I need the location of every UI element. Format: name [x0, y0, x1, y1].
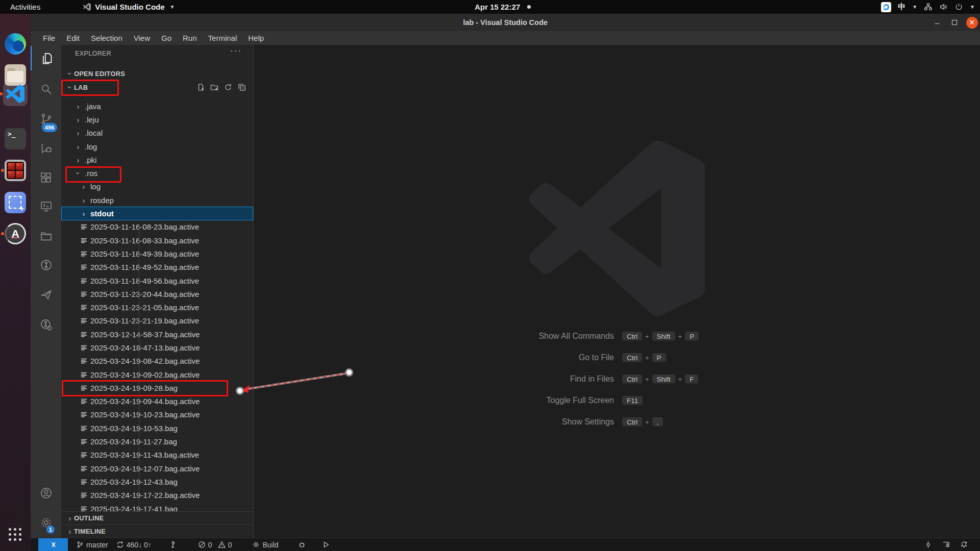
activities-button[interactable]: Activities	[7, 3, 43, 11]
outline-section[interactable]: › OUTLINE	[61, 511, 253, 524]
open-editors-section[interactable]: › OPEN EDITORS	[61, 66, 253, 81]
file-icon	[79, 371, 88, 378]
power-icon[interactable]	[954, 3, 963, 11]
dock-a-letter-app[interactable]: A	[5, 223, 26, 244]
activitybar-search[interactable]	[31, 77, 61, 101]
menu-item-edit[interactable]: Edit	[61, 31, 85, 45]
tree-item-2025-03-12-14-58-37.bag.active[interactable]: 2025-03-12-14-58-37.bag.active	[61, 328, 253, 341]
problems-item[interactable]: 0 0	[194, 538, 236, 551]
tree-item-2025-03-24-19-11-27.bag[interactable]: 2025-03-24-19-11-27.bag	[61, 435, 253, 448]
input-method-icon[interactable]	[881, 2, 891, 12]
chevron-down-icon[interactable]: ▼	[970, 4, 975, 10]
restore-button[interactable]	[948, 16, 961, 29]
menu-bar: FileEditSelectionViewGoRunTerminalHelp	[31, 31, 980, 45]
collapse-all-icon[interactable]	[238, 83, 246, 91]
volume-icon[interactable]	[939, 3, 948, 11]
tree-item-2025-03-24-19-10-23.bag.active[interactable]: 2025-03-24-19-10-23.bag.active	[61, 408, 253, 421]
tree-item-2025-03-11-18-49-56.bag.active[interactable]: 2025-03-11-18-49-56.bag.active	[61, 274, 253, 287]
dock-show-applications[interactable]	[5, 524, 26, 545]
more-actions-icon[interactable]: ···	[230, 46, 242, 56]
activitybar-git-graph[interactable]	[31, 253, 61, 277]
chevron-down-icon: ▼	[170, 4, 175, 10]
tree-item-2025-03-11-23-20-44.bag.active[interactable]: 2025-03-11-23-20-44.bag.active	[61, 287, 253, 300]
tree-item-2025-03-11-23-21-19.bag.active[interactable]: 2025-03-11-23-21-19.bag.active	[61, 314, 253, 328]
tree-item-2025-03-24-18-47-13.bag.active[interactable]: 2025-03-24-18-47-13.bag.active	[61, 341, 253, 354]
activitybar-run-and-debug[interactable]	[31, 136, 61, 160]
tree-item-label: 2025-03-24-19-17-41.bag	[90, 505, 178, 511]
tree-item-2025-03-11-16-08-33.bag.active[interactable]: 2025-03-11-16-08-33.bag.active	[61, 234, 253, 247]
scm-graph-button[interactable]	[165, 538, 181, 551]
tree-item-.java[interactable]: ›.java	[61, 99, 253, 113]
tree-item-label: 2025-03-11-16-08-33.bag.active	[90, 236, 199, 245]
indent-guide	[139, 224, 139, 511]
tree-item-2025-03-24-19-08-42.bag.active[interactable]: 2025-03-24-19-08-42.bag.active	[61, 355, 253, 368]
tree-item-.local[interactable]: ›.local	[61, 127, 253, 140]
git-branch-item[interactable]: master	[72, 538, 112, 551]
activitybar-remote-explorer[interactable]	[31, 194, 61, 218]
ports-button[interactable]	[919, 538, 937, 551]
dock-edge-browser[interactable]	[5, 33, 26, 55]
activitybar-account[interactable]	[31, 481, 61, 505]
menu-item-file[interactable]: File	[37, 31, 61, 45]
menu-item-selection[interactable]: Selection	[85, 31, 128, 45]
tree-item-2025-03-11-23-21-05.bag.active[interactable]: 2025-03-11-23-21-05.bag.active	[61, 300, 253, 314]
git-sync-item[interactable]: 460↓ 0↑	[112, 538, 156, 551]
chevron-icon: ›	[79, 182, 88, 191]
refresh-icon[interactable]	[224, 83, 232, 91]
tree-item-2025-03-11-18-49-52.bag.active[interactable]: 2025-03-11-18-49-52.bag.active	[61, 261, 253, 274]
tree-item-label: 2025-03-11-18-49-39.bag.active	[90, 249, 199, 258]
new-file-icon[interactable]	[197, 83, 205, 91]
activitybar-git-graph-alt[interactable]	[31, 312, 61, 337]
timeline-section[interactable]: › TIMELINE	[61, 524, 253, 538]
tree-item-2025-03-24-19-17-41.bag[interactable]: 2025-03-24-19-17-41.bag	[61, 502, 253, 511]
notifications-button[interactable]	[955, 538, 973, 551]
diagram-tool-icon	[39, 288, 53, 302]
tree-item-2025-03-24-19-12-43.bag[interactable]: 2025-03-24-19-12-43.bag	[61, 475, 253, 488]
tree-item-2025-03-24-19-12-07.bag.active[interactable]: 2025-03-24-19-12-07.bag.active	[61, 462, 253, 475]
app-menu[interactable]: Visual Studio Code ▼	[83, 3, 175, 11]
activitybar-settings[interactable]: 1	[31, 510, 61, 535]
tree-item-.pki[interactable]: ›.pki	[61, 153, 253, 166]
tree-item-.leju[interactable]: ›.leju	[61, 113, 253, 126]
menu-item-help[interactable]: Help	[242, 31, 270, 45]
minimize-button[interactable]: –	[931, 16, 943, 29]
running-dot-icon	[1, 232, 4, 235]
activitybar-explorer[interactable]	[31, 46, 61, 70]
tree-item-2025-03-24-19-09-44.bag.active[interactable]: 2025-03-24-19-09-44.bag.active	[61, 395, 253, 408]
chevron-icon: ›	[74, 129, 83, 137]
tree-item-2025-03-24-19-10-53.bag[interactable]: 2025-03-24-19-10-53.bag	[61, 421, 253, 435]
run-and-debug-icon	[39, 141, 53, 155]
run-task-button[interactable]	[318, 538, 334, 551]
tree-item-2025-03-11-16-08-23.bag.active[interactable]: 2025-03-11-16-08-23.bag.active	[61, 220, 253, 234]
tree-item-.log[interactable]: ›.log	[61, 140, 253, 153]
activitybar-project-folders[interactable]	[31, 223, 61, 248]
tree-item-rosdep[interactable]: ›rosdep	[61, 193, 253, 207]
tree-item-2025-03-24-19-17-22.bag.active[interactable]: 2025-03-24-19-17-22.bag.active	[61, 489, 253, 502]
remote-indicator[interactable]	[38, 538, 68, 551]
menu-item-go[interactable]: Go	[156, 31, 177, 45]
clock[interactable]: Apr 15 22:27	[475, 3, 531, 11]
tree-item-stdout[interactable]: ›stdout	[61, 207, 253, 220]
activitybar-source-control[interactable]: 496	[31, 107, 61, 131]
tree-item-2025-03-24-19-11-43.bag.active[interactable]: 2025-03-24-19-11-43.bag.active	[61, 448, 253, 462]
tree-item-2025-03-24-19-09-02.bag.active[interactable]: 2025-03-24-19-09-02.bag.active	[61, 368, 253, 381]
close-button[interactable]: ✕	[966, 16, 978, 29]
editor-area[interactable]: Show All CommandsCtrl+Shift+PGo to FileC…	[254, 45, 980, 538]
network-icon[interactable]	[924, 3, 933, 11]
dock-terminator[interactable]: ››››	[5, 160, 26, 181]
activitybar-extensions[interactable]	[31, 165, 61, 190]
menu-item-run[interactable]: Run	[177, 31, 203, 45]
debug-button[interactable]	[294, 538, 310, 551]
feedback-button[interactable]	[937, 538, 955, 551]
tree-item-2025-03-11-18-49-39.bag.active[interactable]: 2025-03-11-18-49-39.bag.active	[61, 247, 253, 260]
dock-screenshot-tool[interactable]	[5, 192, 26, 213]
sync-icon	[116, 541, 124, 548]
ime-language-label[interactable]: 中	[898, 2, 905, 12]
menu-item-view[interactable]: View	[128, 31, 156, 45]
dock-vscode[interactable]	[3, 82, 28, 106]
build-button[interactable]: Build	[248, 538, 282, 551]
activitybar-diagram-tool[interactable]	[31, 282, 61, 307]
dock-terminal[interactable]: >_	[5, 128, 26, 149]
new-folder-icon[interactable]	[210, 83, 218, 91]
menu-item-terminal[interactable]: Terminal	[203, 31, 243, 45]
